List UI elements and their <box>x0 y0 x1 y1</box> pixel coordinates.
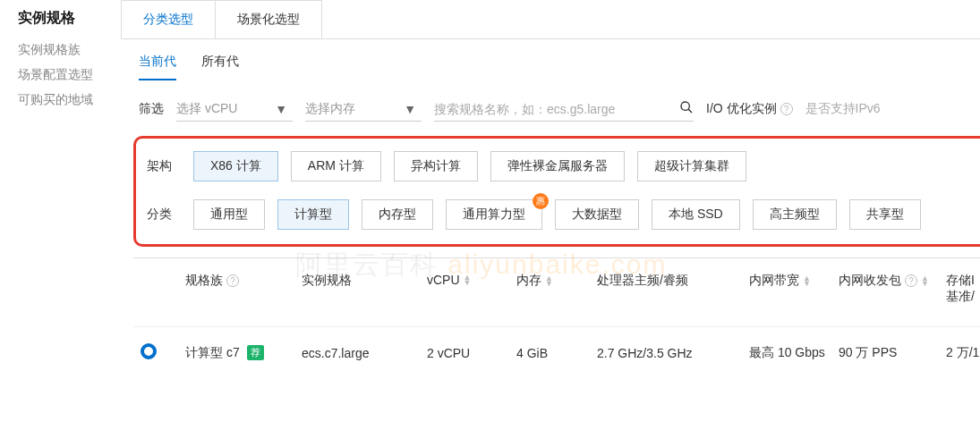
vcpu-select[interactable]: 选择 vCPU ▼ <box>176 97 293 122</box>
instance-table: 规格族? 实例规格 vCPU▲▼ 内存▲▼ 处理器主频/睿频 内网带宽▲▼ <box>133 257 980 378</box>
svg-line-1 <box>688 109 692 113</box>
svg-point-0 <box>681 102 689 110</box>
cat-option-universal[interactable]: 通用算力型 惠 <box>446 199 542 230</box>
sort-icon[interactable]: ▲▼ <box>921 275 929 286</box>
row-radio[interactable] <box>141 343 157 359</box>
th-bw[interactable]: 内网带宽▲▼ <box>742 258 831 327</box>
subtab-current-gen[interactable]: 当前代 <box>139 54 176 80</box>
help-icon[interactable]: ? <box>905 274 917 287</box>
arch-label: 架构 <box>147 158 175 174</box>
sidebar-item-family[interactable]: 实例规格族 <box>18 42 103 58</box>
cell-mem: 4 GiB <box>509 327 590 379</box>
search-input[interactable] <box>434 102 672 116</box>
table-header: 规格族? 实例规格 vCPU▲▼ 内存▲▼ 处理器主频/睿频 内网带宽▲▼ <box>133 258 980 327</box>
cat-option-localssd[interactable]: 本地 SSD <box>652 199 740 230</box>
sort-icon[interactable]: ▲▼ <box>545 275 553 286</box>
th-spec: 实例规格 <box>294 258 420 327</box>
cat-option-general[interactable]: 通用型 <box>193 199 265 230</box>
cell-cpu: 2.7 GHz/3.5 GHz <box>590 327 742 379</box>
sidebar-title: 实例规格 <box>18 9 103 28</box>
io-optimized-label: I/O 优化实例 ? <box>706 101 793 117</box>
vcpu-select-placeholder: 选择 vCPU <box>176 101 237 117</box>
help-icon[interactable]: ? <box>226 274 239 287</box>
arch-option-x86[interactable]: X86 计算 <box>193 151 278 181</box>
sidebar-item-scene[interactable]: 场景配置选型 <box>18 67 103 83</box>
recommended-badge: 荐 <box>247 345 264 360</box>
help-icon[interactable]: ? <box>780 103 793 115</box>
filter-row: 筛选 选择 vCPU ▼ 选择内存 ▼ I/O 优化实例 ? 是否支持IPv6 <box>121 80 980 131</box>
th-storage: 存储I基准/ <box>939 258 980 327</box>
chevron-down-icon: ▼ <box>275 102 287 116</box>
arch-row: 架构 X86 计算 ARM 计算 异构计算 弹性裸金属服务器 超级计算集群 <box>147 151 980 181</box>
cell-family: 计算型 c7 荐 <box>178 327 294 379</box>
tab-category-select[interactable]: 分类选型 <box>121 0 216 38</box>
sidebar-item-region[interactable]: 可购买的地域 <box>18 92 103 108</box>
chevron-down-icon: ▼ <box>404 102 416 116</box>
category-label: 分类 <box>147 207 175 223</box>
memory-select-placeholder: 选择内存 <box>305 101 355 117</box>
ipv6-filter-label[interactable]: 是否支持IPv6 <box>805 101 881 117</box>
cell-storage: 2 万/11 <box>939 327 980 379</box>
discount-badge: 惠 <box>533 193 549 209</box>
sub-tabs: 当前代 所有代 <box>121 39 980 80</box>
th-family[interactable]: 规格族? <box>178 258 294 327</box>
sidebar: 实例规格 实例规格族 场景配置选型 可购买的地域 <box>0 0 121 447</box>
cat-option-compute[interactable]: 计算型 <box>277 199 349 230</box>
th-pps[interactable]: 内网收发包?▲▼ <box>831 258 939 327</box>
tab-scene-select[interactable]: 场景化选型 <box>215 0 322 38</box>
arch-option-hetero[interactable]: 异构计算 <box>394 151 478 181</box>
cat-option-shared[interactable]: 共享型 <box>849 199 921 230</box>
cell-bw: 最高 10 Gbps <box>742 327 831 379</box>
sort-icon[interactable]: ▲▼ <box>803 275 811 286</box>
memory-select[interactable]: 选择内存 ▼ <box>305 97 422 122</box>
top-tabs: 分类选型 场景化选型 <box>121 0 980 39</box>
cat-option-bigdata[interactable]: 大数据型 <box>555 199 639 230</box>
search-icon[interactable] <box>679 100 694 118</box>
arch-category-panel: 架构 X86 计算 ARM 计算 异构计算 弹性裸金属服务器 超级计算集群 分类… <box>133 136 980 247</box>
arch-option-hpc[interactable]: 超级计算集群 <box>637 151 746 181</box>
filter-label: 筛选 <box>139 101 164 117</box>
table-row[interactable]: 计算型 c7 荐 ecs.c7.large 2 vCPU 4 GiB 2.7 G… <box>133 327 980 379</box>
arch-option-arm[interactable]: ARM 计算 <box>291 151 381 181</box>
cat-option-memory[interactable]: 内存型 <box>362 199 433 230</box>
th-vcpu[interactable]: vCPU▲▼ <box>420 258 509 327</box>
subtab-all-gen[interactable]: 所有代 <box>201 54 239 80</box>
arch-option-baremetal[interactable]: 弹性裸金属服务器 <box>490 151 625 181</box>
category-row: 分类 通用型 计算型 内存型 通用算力型 惠 大数据型 本地 SSD 高主频型 … <box>147 199 980 230</box>
search-box[interactable] <box>434 97 694 122</box>
main-content: 分类选型 场景化选型 当前代 所有代 筛选 选择 vCPU ▼ 选择内存 ▼ <box>121 0 980 447</box>
th-cpu: 处理器主频/睿频 <box>590 258 742 327</box>
cell-vcpu: 2 vCPU <box>420 327 509 379</box>
cell-spec: ecs.c7.large <box>294 327 420 379</box>
th-mem[interactable]: 内存▲▼ <box>509 258 590 327</box>
cell-pps: 90 万 PPS <box>831 327 939 379</box>
sort-icon[interactable]: ▲▼ <box>464 274 472 285</box>
cat-option-highfreq[interactable]: 高主频型 <box>753 199 837 230</box>
